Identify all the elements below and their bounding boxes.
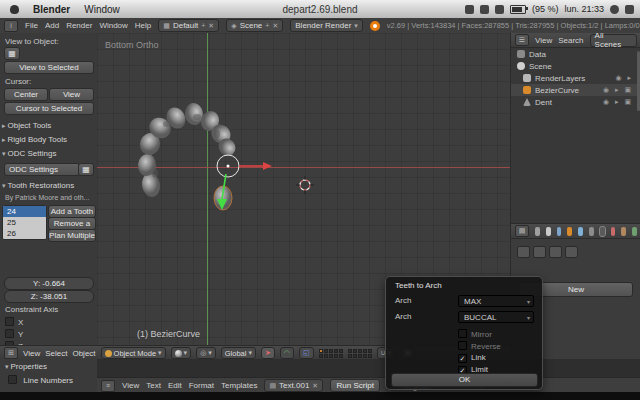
- info-editor-icon[interactable]: i: [4, 20, 18, 32]
- spotlight-icon[interactable]: [610, 5, 619, 14]
- cursor-to-selected-button[interactable]: Cursor to Selected: [4, 102, 94, 115]
- tab-texture-icon[interactable]: [621, 227, 626, 236]
- row-restrict-icons[interactable]: ◉ ▸ ▣: [603, 98, 633, 106]
- cursor-view-button[interactable]: View: [49, 88, 94, 101]
- object-tools-panel[interactable]: ▸ Object Tools: [2, 121, 94, 130]
- battery-icon[interactable]: [510, 5, 526, 14]
- arch-dropdown[interactable]: MAX▾: [458, 295, 534, 307]
- notification-center-icon[interactable]: [625, 5, 634, 14]
- arch-side-dropdown[interactable]: BUCCAL▾: [458, 311, 534, 323]
- scene-selector[interactable]: ◈ Scene + ✕: [226, 19, 283, 32]
- tab-render-icon[interactable]: [535, 227, 540, 236]
- axis-y-checkbox[interactable]: Y: [5, 329, 23, 339]
- manipulator-rotate-button[interactable]: ◠: [280, 347, 294, 359]
- outliner-row-dent[interactable]: Dent ◉ ▸ ▣: [511, 96, 640, 108]
- text-menu-view[interactable]: View: [122, 381, 139, 390]
- menubar-clock[interactable]: lun. 21:33: [564, 4, 604, 14]
- layer-toggle[interactable]: [339, 349, 343, 353]
- datablock-icon-1[interactable]: [517, 246, 530, 258]
- datablock-icon-3[interactable]: [549, 246, 562, 258]
- close-layout-icon[interactable]: ✕: [208, 22, 214, 30]
- tab-physics-icon[interactable]: [632, 227, 637, 236]
- row-restrict-icons[interactable]: ◉ ▸: [615, 74, 633, 82]
- layer-toggle[interactable]: [358, 354, 362, 358]
- menu-help[interactable]: Help: [135, 21, 151, 30]
- add-scene-icon[interactable]: +: [265, 22, 269, 29]
- unlink-icon[interactable]: ✕: [312, 382, 318, 390]
- translate-x-arrow[interactable]: [239, 162, 272, 170]
- list-item-tooth[interactable]: 24: [3, 206, 46, 217]
- outliner-row-beziercurve[interactable]: BezierCurve ◉ ▸ ▣: [511, 84, 640, 96]
- tooth-list[interactable]: 24 25 26: [2, 205, 47, 240]
- tab-object-icon[interactable]: [567, 227, 572, 236]
- tab-scene-icon[interactable]: [546, 227, 551, 236]
- outliner-menu-search[interactable]: Search: [558, 36, 583, 45]
- text-editor-icon[interactable]: ≡: [101, 380, 115, 392]
- outliner-menu-view[interactable]: View: [535, 36, 552, 45]
- layer-toggle[interactable]: [324, 354, 328, 358]
- status-icon-1[interactable]: [465, 5, 474, 14]
- tooth-restorations-panel[interactable]: ▾ Tooth Restorations: [2, 181, 94, 190]
- layer-toggle[interactable]: [353, 354, 357, 358]
- object-picker-button[interactable]: ▦: [4, 47, 20, 60]
- text-datablock-selector[interactable]: ▤ Text.001 ✕: [264, 379, 323, 392]
- manipulator-scale-button[interactable]: ◱: [299, 347, 314, 359]
- layer-toggle[interactable]: [329, 349, 333, 353]
- outliner-row-scene[interactable]: Scene: [511, 60, 640, 72]
- row-restrict-icons[interactable]: ◉ ▸ ▣: [603, 86, 633, 94]
- odc-settings-icon-button[interactable]: ▦: [78, 163, 94, 176]
- add-layout-icon[interactable]: +: [201, 22, 205, 29]
- line-numbers-toggle[interactable]: Line Numbers: [0, 371, 97, 385]
- view3d-menu-view[interactable]: View: [23, 349, 40, 358]
- outliner-display-mode[interactable]: All Scenes: [590, 34, 637, 47]
- window-menu[interactable]: Window: [84, 4, 120, 15]
- z-offset-slider[interactable]: Z: -38.051: [4, 290, 94, 303]
- view3d-menu-object[interactable]: Object: [72, 349, 95, 358]
- layer-toggle[interactable]: [353, 349, 357, 353]
- tab-constraints-icon[interactable]: [578, 227, 583, 236]
- tab-modifiers-icon[interactable]: [589, 227, 594, 236]
- viewport-shading-selector[interactable]: ▾: [171, 347, 192, 359]
- apple-icon[interactable]: [10, 5, 19, 14]
- outliner-editor-icon[interactable]: ☰: [515, 34, 529, 46]
- manipulator-translate-button[interactable]: ➤: [261, 347, 275, 359]
- layer-toggle[interactable]: [334, 354, 338, 358]
- layers-widget-left[interactable]: [319, 349, 343, 358]
- rigid-body-tools-panel[interactable]: ▸ Rigid Body Tools: [2, 135, 94, 144]
- text-menu-text[interactable]: Text: [146, 381, 161, 390]
- view-to-selected-button[interactable]: View to Selected: [4, 61, 94, 74]
- text-menu-edit[interactable]: Edit: [168, 381, 182, 390]
- layer-toggle[interactable]: [339, 354, 343, 358]
- odc-settings-panel[interactable]: ▾ ODC Settings: [2, 149, 94, 158]
- menu-render[interactable]: Render: [66, 21, 92, 30]
- text-editor-area[interactable]: [97, 359, 640, 377]
- list-item-tooth[interactable]: 26: [3, 228, 46, 239]
- text-menu-format[interactable]: Format: [189, 381, 214, 390]
- axis-x-checkbox[interactable]: X: [5, 317, 23, 327]
- menu-file[interactable]: File: [25, 21, 38, 30]
- tab-data-icon[interactable]: [600, 227, 605, 236]
- view3d-editor-icon[interactable]: ⊞: [4, 347, 18, 359]
- plan-multiple-button[interactable]: Plan Multiple: [48, 229, 96, 242]
- layer-toggle[interactable]: [348, 349, 352, 353]
- cursor-center-button[interactable]: Center: [4, 88, 48, 101]
- layer-toggle[interactable]: [319, 354, 323, 358]
- view3d-menu-select[interactable]: Select: [45, 349, 67, 358]
- layer-toggle[interactable]: [319, 349, 323, 353]
- layers-widget-right[interactable]: [348, 349, 372, 358]
- layer-toggle[interactable]: [363, 354, 367, 358]
- tab-material-icon[interactable]: [611, 227, 616, 236]
- outliner-row-renderlayers[interactable]: RenderLayers ◉ ▸: [511, 72, 640, 84]
- menu-add[interactable]: Add: [45, 21, 59, 30]
- datablock-icon-2[interactable]: [533, 246, 546, 258]
- layer-toggle[interactable]: [368, 349, 372, 353]
- layer-toggle[interactable]: [324, 349, 328, 353]
- orientation-selector[interactable]: Global ▾: [221, 347, 256, 359]
- layer-toggle[interactable]: [329, 354, 333, 358]
- odc-settings-button[interactable]: ODC Settings: [4, 163, 80, 176]
- layer-toggle[interactable]: [334, 349, 338, 353]
- status-icon-2[interactable]: [480, 5, 489, 14]
- text-properties-panel[interactable]: ▾ Properties: [0, 359, 97, 371]
- app-menu[interactable]: Blender: [33, 4, 70, 15]
- layer-toggle[interactable]: [368, 354, 372, 358]
